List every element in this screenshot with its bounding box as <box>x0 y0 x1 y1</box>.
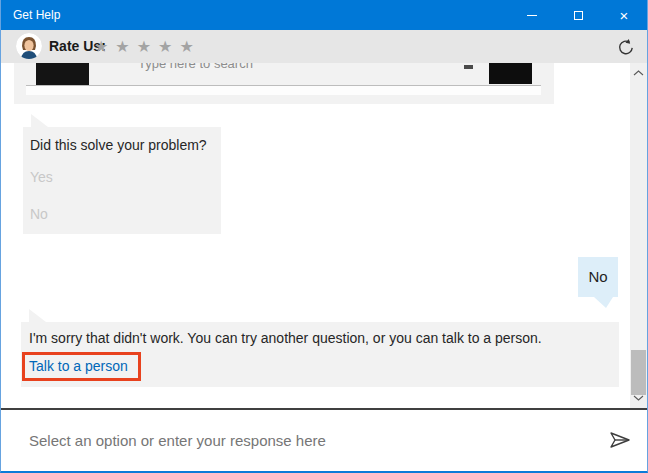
agent-person-icon <box>16 33 42 59</box>
taskbar-search-text: Type here to search <box>138 63 253 71</box>
talk-to-a-person-link[interactable]: Talk to a person <box>29 358 128 374</box>
star-icon[interactable]: ★ <box>115 39 129 55</box>
send-button[interactable] <box>601 423 637 457</box>
composer-bar <box>1 408 647 471</box>
scroll-up-button[interactable] <box>630 65 647 81</box>
maximize-icon <box>574 11 583 20</box>
avatar <box>16 33 42 59</box>
scroll-down-button[interactable] <box>630 390 647 406</box>
window-title: Get Help <box>13 0 60 30</box>
scrollbar[interactable] <box>630 63 647 408</box>
taskbar-strip: Type here to search <box>26 63 541 86</box>
bot-bubble-tail <box>29 309 46 322</box>
annotation-highlight-box: Talk to a person <box>22 352 141 381</box>
clock-redaction <box>489 63 532 84</box>
bot-question-bubble: Did this solve your problem? Yes No <box>23 127 221 234</box>
minimize-button[interactable] <box>509 0 555 30</box>
star-icon[interactable]: ★ <box>158 39 172 55</box>
star-icon[interactable]: ★ <box>94 39 108 55</box>
rate-bar: Rate Us: ★ ★ ★ ★ ★ <box>1 30 647 63</box>
start-button-redaction <box>36 63 89 86</box>
close-button[interactable]: × <box>601 0 647 30</box>
taskbar-tray-icon <box>464 65 473 69</box>
bot-bubble-tail <box>31 114 48 127</box>
close-icon: × <box>620 8 629 23</box>
maximize-button[interactable] <box>555 0 601 30</box>
chevron-down-icon <box>633 395 644 401</box>
option-yes[interactable]: Yes <box>30 169 207 185</box>
user-message-bubble: No <box>578 257 618 297</box>
chat-area: Type here to search Did this solve your … <box>1 63 647 408</box>
sorry-text: I'm sorry that didn't work. You can try … <box>29 330 609 346</box>
minimize-icon <box>527 15 537 16</box>
user-message-text: No <box>588 268 607 285</box>
bot-sorry-bubble: I'm sorry that didn't work. You can try … <box>21 322 619 387</box>
refresh-button[interactable] <box>615 36 637 58</box>
taskbar-screenshot-image: Type here to search <box>26 63 541 95</box>
send-icon <box>607 430 631 450</box>
refresh-icon <box>617 38 635 56</box>
chevron-up-icon <box>633 70 644 76</box>
star-rating: ★ ★ ★ ★ ★ <box>94 30 194 63</box>
get-help-window: Get Help × Rate Us: ★ ★ ★ ★ ★ <box>0 0 648 473</box>
message-input[interactable] <box>1 410 581 471</box>
star-icon[interactable]: ★ <box>137 39 151 55</box>
question-text: Did this solve your problem? <box>30 137 207 153</box>
user-bubble-tail <box>594 297 613 308</box>
titlebar: Get Help × <box>1 0 647 30</box>
star-icon[interactable]: ★ <box>179 39 193 55</box>
option-no[interactable]: No <box>30 206 207 222</box>
scrollbar-thumb[interactable] <box>631 350 646 395</box>
bot-screenshot-bubble: Type here to search <box>14 63 554 104</box>
